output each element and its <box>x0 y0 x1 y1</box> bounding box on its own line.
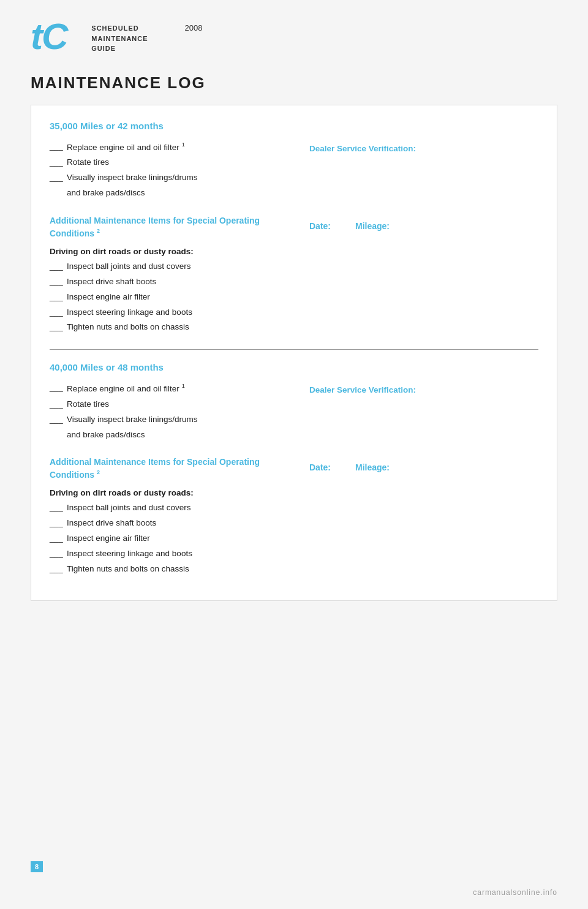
item-text-continued: and brake pads/discs <box>50 187 279 199</box>
date-label: Date: <box>309 462 331 472</box>
item-text: Tighten nuts and bolts on chassis <box>67 322 279 333</box>
item-text: Inspect ball joints and dust covers <box>67 261 279 273</box>
date-mileage: Date: Mileage: <box>309 462 538 472</box>
checkbox: ___ <box>50 564 67 575</box>
checkbox: ___ <box>50 322 67 333</box>
checkbox: ___ <box>50 399 67 410</box>
item-text: Replace engine oil and oil filter 1 <box>67 382 279 394</box>
subsection-header: Driving on dirt roads or dusty roads: <box>50 247 279 256</box>
page: tC SCHEDULED MAINTENANCE GUIDE 2008 MAIN… <box>0 0 588 909</box>
item-text: Rotate tires <box>67 399 279 410</box>
list-item: ___ Inspect drive shaft boots <box>50 518 279 529</box>
section-40k-additional-right: Date: Mileage: <box>297 444 538 578</box>
list-item: ___ Rotate tires <box>50 157 279 168</box>
list-item: ___ Inspect engine air filter <box>50 292 279 303</box>
list-item: ___ Inspect steering linkage and boots <box>50 307 279 319</box>
mileage-label: Mileage: <box>355 221 390 231</box>
list-item: ___ Rotate tires <box>50 399 279 410</box>
dealer-verification: Dealer Service Verification: <box>309 385 538 394</box>
list-item: ___ Visually inspect brake linings/drums <box>50 414 279 426</box>
item-text: Inspect drive shaft boots <box>67 276 279 288</box>
page-title: MAINTENANCE LOG <box>31 74 557 92</box>
section-40k-left: ___ Replace engine oil and oil filter 1 … <box>50 382 291 444</box>
checkbox: ___ <box>50 141 67 152</box>
item-text: Inspect ball joints and dust covers <box>67 502 279 514</box>
list-item: ___ Inspect drive shaft boots <box>50 276 279 288</box>
section-35k-right: Dealer Service Verification: <box>297 141 538 203</box>
item-text: Inspect steering linkage and boots <box>67 307 279 319</box>
item-text: Inspect drive shaft boots <box>67 518 279 529</box>
list-item: ___ Inspect steering linkage and boots <box>50 548 279 560</box>
list-item: ___ Tighten nuts and bolts on chassis <box>50 322 279 333</box>
year: 2008 <box>185 23 203 32</box>
section-40k-additional-grid: Additional Maintenance Items for Special… <box>50 444 538 578</box>
section-40k-additional-left: Additional Maintenance Items for Special… <box>50 444 291 578</box>
section-40k: 40,000 Miles or 48 months ___ Replace en… <box>50 362 538 578</box>
list-item: ___ Visually inspect brake linings/drums <box>50 172 279 184</box>
section-35k-additional-left: Additional Maintenance Items for Special… <box>50 203 291 337</box>
checkbox: ___ <box>50 414 67 425</box>
checkbox: ___ <box>50 502 67 513</box>
section-40k-right: Dealer Service Verification: <box>297 382 538 444</box>
section-35k-additional-right: Date: Mileage: <box>297 203 538 337</box>
item-text: Inspect engine air filter <box>67 292 279 303</box>
section-35k-header: 35,000 Miles or 42 months <box>50 121 538 131</box>
additional-header: Additional Maintenance Items for Special… <box>50 215 279 240</box>
main-content: MAINTENANCE LOG 35,000 Miles or 42 month… <box>0 67 588 625</box>
list-item: ___ Replace engine oil and oil filter 1 <box>50 141 279 153</box>
section-35k-additional-grid: Additional Maintenance Items for Special… <box>50 203 538 337</box>
checkbox: ___ <box>50 276 67 287</box>
checkbox: ___ <box>50 548 67 559</box>
list-item: ___ Inspect ball joints and dust covers <box>50 261 279 273</box>
section-35k-left: ___ Replace engine oil and oil filter 1 … <box>50 141 291 203</box>
item-text: Inspect engine air filter <box>67 533 279 545</box>
checkbox: ___ <box>50 518 67 529</box>
maintenance-card: 35,000 Miles or 42 months ___ Replace en… <box>31 105 557 601</box>
item-text: Inspect steering linkage and boots <box>67 548 279 560</box>
checkbox: ___ <box>50 172 67 183</box>
logo: tC <box>31 18 67 55</box>
item-text: Replace engine oil and oil filter 1 <box>67 141 279 153</box>
dealer-verification: Dealer Service Verification: <box>309 144 538 153</box>
checkbox: ___ <box>50 533 67 544</box>
section-35k: 35,000 Miles or 42 months ___ Replace en… <box>50 121 538 337</box>
additional-header: Additional Maintenance Items for Special… <box>50 456 279 481</box>
item-text-continued: and brake pads/discs <box>50 429 279 441</box>
list-item: ___ Inspect engine air filter <box>50 533 279 545</box>
date-mileage: Date: Mileage: <box>309 221 538 231</box>
date-label: Date: <box>309 221 331 231</box>
checkbox: ___ <box>50 307 67 318</box>
checkbox: ___ <box>50 261 67 272</box>
footer-brand: carmanualsonline.info <box>473 888 557 897</box>
item-text: Visually inspect brake linings/drums <box>67 414 279 426</box>
item-text: Rotate tires <box>67 157 279 168</box>
header: tC SCHEDULED MAINTENANCE GUIDE 2008 <box>0 0 588 67</box>
section-divider <box>50 349 538 350</box>
list-item: ___ Inspect ball joints and dust covers <box>50 502 279 514</box>
item-text: Tighten nuts and bolts on chassis <box>67 564 279 575</box>
list-item: ___ Replace engine oil and oil filter 1 <box>50 382 279 394</box>
mileage-label: Mileage: <box>355 462 390 472</box>
section-40k-header: 40,000 Miles or 48 months <box>50 362 538 372</box>
checkbox: ___ <box>50 382 67 393</box>
page-number: 8 <box>31 861 43 872</box>
item-text: Visually inspect brake linings/drums <box>67 172 279 184</box>
section-35k-grid: ___ Replace engine oil and oil filter 1 … <box>50 141 538 203</box>
list-item: ___ Tighten nuts and bolts on chassis <box>50 564 279 575</box>
checkbox: ___ <box>50 157 67 168</box>
section-40k-grid: ___ Replace engine oil and oil filter 1 … <box>50 382 538 444</box>
checkbox: ___ <box>50 292 67 303</box>
guide-title: SCHEDULED MAINTENANCE GUIDE <box>91 23 148 54</box>
subsection-header: Driving on dirt roads or dusty roads: <box>50 488 279 497</box>
